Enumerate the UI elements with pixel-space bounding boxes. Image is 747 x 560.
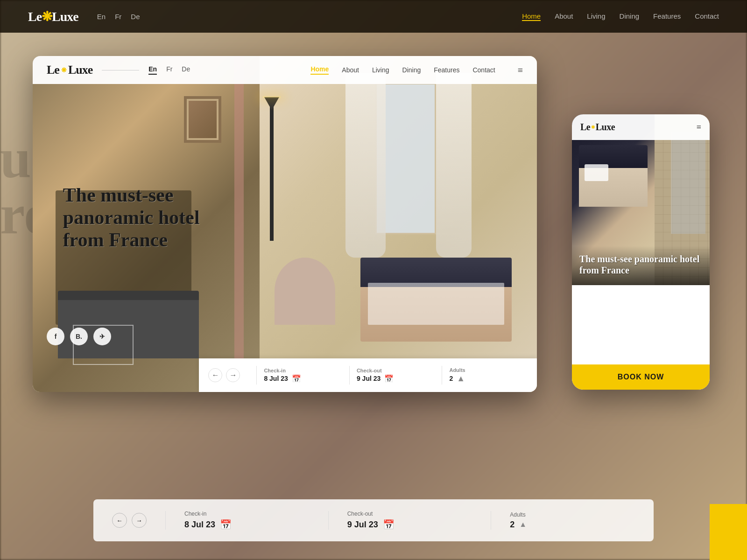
- hamburger-icon[interactable]: ≡: [518, 65, 523, 76]
- bg-header: Le❋Luxe En Fr De Home About Living Dinin…: [0, 0, 747, 33]
- facebook-button[interactable]: f: [47, 328, 64, 345]
- nav-living[interactable]: Living: [372, 66, 389, 74]
- desktop-nav: Home About Living Dining Features Contac…: [310, 65, 523, 76]
- carousel-nav: ← →: [208, 368, 240, 382]
- booking-divider1: [256, 366, 257, 385]
- mobile-logo: Le❋Luxe: [580, 122, 615, 133]
- bg-logo: Le❋Luxe: [28, 9, 78, 24]
- hero-curtain-right: [436, 73, 472, 258]
- checkin-calendar-icon: 📅: [292, 374, 301, 383]
- adults-value: 2: [449, 375, 453, 382]
- mobile-shower: [671, 132, 705, 234]
- checkout-label: Check-out: [357, 368, 435, 373]
- bg-next-button[interactable]: →: [132, 513, 147, 528]
- checkout-value: 9 Jul 23: [357, 375, 381, 382]
- bg-checkin-field: Check-in 8 Jul 23 📅: [184, 511, 310, 530]
- bg-adults-field: Adults 2 ▲: [510, 511, 635, 530]
- bg-adults-label: Adults: [510, 511, 635, 518]
- prev-button[interactable]: ←: [208, 368, 222, 382]
- yellow-accent: [710, 504, 747, 560]
- tripadvisor-button[interactable]: ✈: [93, 328, 111, 345]
- hero-chair: [275, 258, 335, 325]
- book-now-button[interactable]: BOOK NOW: [572, 364, 710, 390]
- bg-adults-up-icon: ▲: [519, 520, 527, 529]
- next-button[interactable]: →: [226, 368, 240, 382]
- bg-divider1: [165, 511, 166, 530]
- nav-about[interactable]: About: [342, 66, 359, 74]
- bg-checkout-field: Check-out 9 Jul 23 📅: [347, 511, 472, 530]
- logo-separator: [102, 70, 139, 70]
- desktop-booking-bar: ← → Check-in 8 Jul 23 📅 Check-out 9 Jul …: [199, 358, 537, 392]
- checkin-label: Check-in: [264, 368, 342, 373]
- booking-divider3: [442, 366, 442, 385]
- hero-title: The must-see panoramic hotel from France: [63, 183, 240, 251]
- bg-calendar2-icon: 📅: [383, 519, 395, 530]
- hero-lamp: [270, 106, 274, 241]
- bg-checkout-label: Check-out: [347, 511, 472, 517]
- desktop-header: Le❋Luxe En Fr De Home About Living Dinin…: [33, 56, 537, 84]
- hero-frame: [184, 96, 221, 143]
- checkout-calendar-icon: 📅: [384, 374, 394, 383]
- bg-calendar-icon: 📅: [220, 519, 232, 530]
- hero-bed: [360, 258, 512, 342]
- desktop-mockup: Le❋Luxe En Fr De Home About Living Dinin…: [33, 56, 537, 392]
- desktop-logo: Le❋Luxe: [47, 63, 92, 77]
- mobile-hero-title: The must-see panoramic hotel from France: [579, 253, 702, 276]
- mobile-hamburger-icon[interactable]: ≡: [697, 122, 701, 132]
- mobile-header: Le❋Luxe ≡: [572, 114, 710, 140]
- mobile-bed: [579, 145, 648, 222]
- bg-divider3: [491, 511, 491, 530]
- bg-adults-value: 2: [510, 520, 514, 530]
- hero-curtain-left: [345, 73, 386, 258]
- mobile-booking: BOOK NOW: [572, 364, 710, 390]
- bg-checkin-value: 8 Jul 23: [184, 520, 215, 530]
- bg-divider2: [328, 511, 329, 530]
- desktop-headline: The must-see panoramic hotel from France: [63, 183, 240, 251]
- lang-en[interactable]: En: [148, 65, 157, 75]
- checkout-field[interactable]: Check-out 9 Jul 23 📅: [357, 368, 435, 383]
- bg-checkin-label: Check-in: [184, 511, 310, 517]
- nav-features[interactable]: Features: [434, 66, 459, 74]
- lang-de[interactable]: De: [182, 65, 190, 75]
- adults-field[interactable]: Adults 2 ▲: [449, 367, 528, 384]
- social-icons: f B. ✈: [47, 328, 111, 345]
- bg-booking-bar: ← → Check-in 8 Jul 23 📅 Check-out 9 Jul …: [93, 499, 654, 541]
- bg-nav: Home About Living Dining Features Contac…: [522, 12, 719, 21]
- nav-contact[interactable]: Contact: [472, 66, 495, 74]
- checkin-field[interactable]: Check-in 8 Jul 23 📅: [264, 368, 342, 383]
- adults-up-icon[interactable]: ▲: [457, 374, 465, 384]
- lang-fr[interactable]: Fr: [166, 65, 172, 75]
- bg-prev-button[interactable]: ←: [112, 513, 127, 528]
- nav-dining[interactable]: Dining: [402, 66, 421, 74]
- mobile-mockup: The must-see panoramic hotel from France…: [572, 114, 710, 390]
- booking-divider2: [349, 366, 350, 385]
- checkin-value: 8 Jul 23: [264, 375, 288, 382]
- desktop-lang: En Fr De: [148, 65, 190, 75]
- bg-checkout-value: 9 Jul 23: [347, 520, 378, 530]
- booking-button[interactable]: B.: [70, 328, 88, 345]
- mobile-bed-pillow: [585, 164, 609, 181]
- mobile-headline: The must-see panoramic hotel from France: [572, 246, 710, 285]
- bg-lang: En Fr De: [97, 13, 140, 21]
- nav-home[interactable]: Home: [310, 65, 329, 75]
- adults-label: Adults: [449, 367, 528, 373]
- adults-control: 2 ▲: [449, 374, 528, 384]
